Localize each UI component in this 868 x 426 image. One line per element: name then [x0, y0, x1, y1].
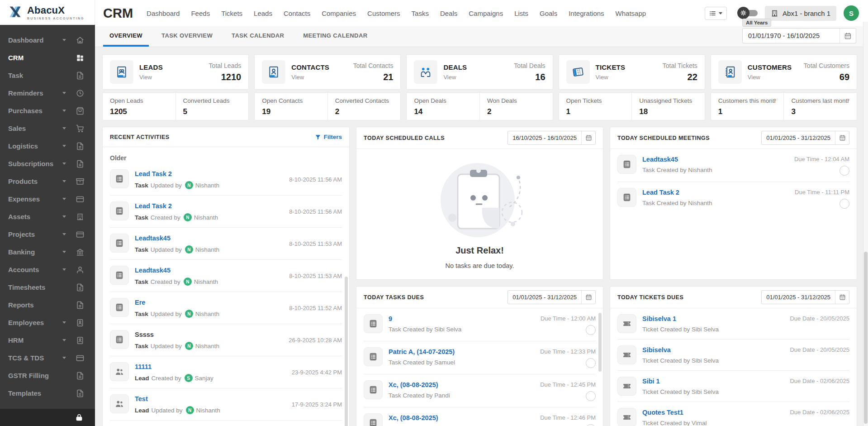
item-title-link[interactable]: Quotes Test1 — [642, 409, 683, 416]
sidebar-item[interactable]: Reports — [0, 296, 95, 314]
nav-item[interactable]: Integrations — [569, 10, 604, 17]
sidebar-item[interactable]: Sales — [0, 120, 95, 137]
nav-item[interactable]: Companies — [322, 10, 356, 17]
nav-item[interactable]: Lists — [514, 10, 528, 17]
nav-item[interactable]: Customers — [367, 10, 400, 17]
complete-checkbox[interactable] — [840, 199, 849, 209]
stat-sub-label: Customers last month — [791, 97, 849, 104]
tab[interactable]: TASK OVERVIEW — [155, 26, 219, 47]
sidebar-item[interactable]: Accounts — [0, 261, 95, 278]
sidebar-item[interactable]: Assets — [0, 208, 95, 225]
calendar-icon[interactable] — [840, 29, 856, 43]
list-item: Sibiselva Ticket Created by Sibi Selva D… — [617, 339, 849, 370]
item-title-link[interactable]: Leadtask45 — [642, 156, 678, 163]
activity-title-link[interactable]: Test — [135, 395, 148, 402]
nav-more-button[interactable] — [705, 7, 727, 20]
nav-item[interactable]: Contacts — [284, 10, 310, 17]
nav-item[interactable]: Whatsapp — [616, 10, 646, 17]
brand-logo[interactable]: AbacuX BUSINESS ACCOUNTING — [0, 0, 95, 25]
nav-item[interactable]: Tickets — [221, 10, 242, 17]
tickets-date-range-input[interactable]: 01/01/2025 - 31/12/2025 — [761, 290, 849, 304]
sidebar-item[interactable]: Subscriptions — [0, 155, 95, 172]
sidebar-item-icon — [76, 354, 84, 362]
activity-title-link[interactable]: Sssss — [135, 331, 154, 338]
sidebar-item[interactable]: Timesheets — [0, 278, 95, 296]
tasks-date-range-input[interactable]: 01/01/2025 - 31/12/2025 — [508, 290, 596, 304]
nav-item[interactable]: Deals — [440, 10, 457, 17]
sidebar-item[interactable]: CRM — [0, 49, 95, 67]
chevron-down-icon — [62, 233, 66, 235]
nav-item[interactable]: Tasks — [412, 10, 429, 17]
tab[interactable]: MEETING CALENDAR — [297, 26, 374, 47]
tab[interactable]: OVERVIEW — [103, 26, 149, 47]
calls-date-range-input[interactable]: 16/10/2025 - 16/10/2025 — [508, 131, 596, 145]
nav-item[interactable]: Goals — [540, 10, 557, 17]
list-item: Lead Task 2 Task Created by Nishanth Due… — [617, 182, 849, 215]
sidebar-item[interactable]: Projects — [0, 225, 95, 243]
stat-card: DEALS View Total Deals 16 — [406, 54, 553, 90]
tasks-scrollbar-thumb[interactable] — [598, 313, 602, 372]
sidebar-item[interactable]: Templates — [0, 384, 95, 402]
sidebar-item[interactable]: Employees — [0, 314, 95, 331]
item-title-link[interactable]: Patric A, (14-07-2025) — [389, 348, 455, 355]
meetings-date-range-input[interactable]: 01/01/2025 - 31/12/2025 — [761, 131, 849, 145]
nav-item[interactable]: Feeds — [191, 10, 210, 17]
nav-item[interactable]: Leads — [254, 10, 272, 17]
calendar-icon[interactable] — [835, 291, 849, 304]
activity-title-link[interactable]: Leadtask45 — [135, 267, 171, 274]
settings-toggle[interactable] — [739, 10, 758, 16]
complete-checkbox[interactable] — [840, 166, 849, 176]
activity-title-link[interactable]: 11111 — [135, 363, 152, 370]
sidebar-item[interactable]: Reminders — [0, 84, 95, 102]
sidebar-item[interactable]: HRM — [0, 331, 95, 349]
nav-item[interactable]: Dashboard — [147, 10, 180, 17]
tab[interactable]: TASK CALENDAR — [225, 26, 290, 47]
item-title-link[interactable]: Sibiselva — [642, 346, 671, 354]
activity-title-link[interactable]: Lead Task 2 — [135, 170, 172, 177]
scrollbar-thumb[interactable] — [864, 252, 868, 424]
filters-button[interactable]: Filters — [315, 134, 342, 140]
activity-title-link[interactable]: Leadtask45 — [135, 235, 171, 242]
item-title-link[interactable]: Xc, (08-08-2025) — [389, 414, 438, 421]
item-title-link[interactable]: Xc, (08-08-2025) — [389, 381, 438, 388]
sidebar-item[interactable]: GSTR Filling — [0, 367, 95, 384]
stat-view-link[interactable]: View — [443, 74, 508, 81]
sidebar-item[interactable]: Expenses — [0, 190, 95, 208]
nav-item[interactable]: Campaigns — [469, 10, 503, 17]
activity-title-link[interactable]: Ere — [135, 299, 145, 306]
sidebar-item[interactable]: Banking — [0, 243, 95, 261]
window-scrollbar[interactable] — [863, 22, 868, 426]
activities-scrollbar-thumb[interactable] — [345, 277, 348, 426]
item-title-link[interactable]: Sibi 1 — [642, 378, 660, 385]
activity-entity: Task — [135, 214, 148, 221]
sidebar-item[interactable]: Dashboard — [0, 31, 95, 49]
item-title-link[interactable]: 9 — [389, 315, 392, 322]
calendar-icon[interactable] — [581, 131, 595, 144]
chevron-down-icon — [62, 92, 66, 94]
calendar-icon[interactable] — [835, 131, 849, 144]
sidebar-item[interactable]: Logistics — [0, 137, 95, 155]
stat-view-link[interactable]: View — [596, 74, 657, 81]
sidebar-item[interactable]: Task — [0, 67, 95, 84]
item-title-link[interactable]: Sibiselva 1 — [642, 315, 676, 322]
stat-view-link[interactable]: View — [748, 74, 798, 81]
sidebar-item[interactable]: Purchases — [0, 102, 95, 120]
global-date-range-input[interactable]: 01/01/1970 - 16/10/2025 — [742, 28, 856, 43]
activity-title-link[interactable]: Lead Task 2 — [135, 202, 172, 210]
complete-checkbox[interactable] — [586, 358, 596, 368]
activity-item: Ere Task Updated by N Nishanth 8-10-2025… — [110, 292, 342, 324]
complete-checkbox[interactable] — [586, 325, 596, 335]
stat-icon — [414, 60, 437, 84]
complete-checkbox[interactable] — [586, 391, 596, 401]
sidebar-item[interactable]: Products — [0, 172, 95, 190]
complete-checkbox[interactable] — [586, 424, 596, 426]
stat-view-link[interactable]: View — [139, 74, 203, 81]
sidebar-item-label: GSTR Filling — [8, 372, 76, 379]
stat-view-link[interactable]: View — [291, 74, 347, 81]
sidebar-item[interactable]: TCS & TDS — [0, 349, 95, 367]
sidebar-lock-bar[interactable] — [0, 409, 95, 426]
calendar-icon[interactable] — [581, 291, 595, 304]
item-title-link[interactable]: Lead Task 2 — [642, 189, 679, 196]
item-subtitle: Ticket Created by Sibi Selva — [642, 326, 784, 333]
item-subtitle: Task Created by Sibi Selva — [389, 326, 535, 333]
